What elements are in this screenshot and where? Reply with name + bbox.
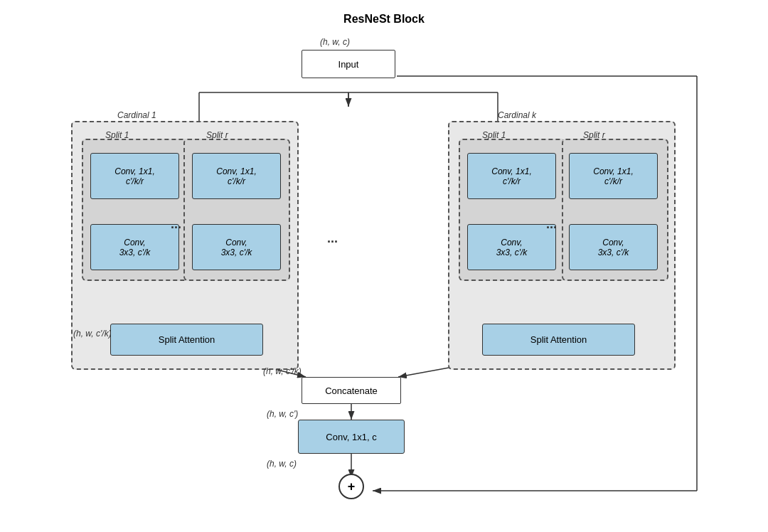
dim-hwc-input: (h, w, c) bbox=[320, 37, 350, 47]
dim-hwck-concat: (h, w, c'/k) bbox=[263, 366, 302, 376]
c1-sr-conv3x3: Conv,3x3, c'/k bbox=[192, 224, 281, 270]
ck-s1-conv1x1: Conv, 1x1,c'/k/r bbox=[467, 153, 556, 199]
dim-hwc-prime: (h, w, c') bbox=[267, 409, 298, 419]
ck-s1-conv3x3: Conv,3x3, c'/k bbox=[467, 224, 556, 270]
dim-hwck-label: (h, w, c'/k) bbox=[73, 329, 112, 339]
c1-s1-conv1x1: Conv, 1x1,c'/k/r bbox=[90, 153, 179, 199]
concatenate-box: Concatenate bbox=[302, 377, 401, 404]
cardinal1-label: Cardinal 1 bbox=[117, 110, 156, 120]
ck-split-attention: Split Attention bbox=[482, 324, 635, 356]
ck-sr-conv1x1: Conv, 1x1,c'/k/r bbox=[569, 153, 658, 199]
c1-dots: ··· bbox=[171, 220, 181, 235]
c1-splitr-label: Split r bbox=[206, 130, 228, 140]
c1-s1-conv3x3: Conv,3x3, c'/k bbox=[90, 224, 179, 270]
dim-hwc-final: (h, w, c) bbox=[267, 459, 297, 469]
ck-split1-label: Split 1 bbox=[482, 130, 506, 140]
ck-splitr-label: Split r bbox=[583, 130, 605, 140]
ck-sr-conv3x3: Conv,3x3, c'/k bbox=[569, 224, 658, 270]
c1-split1-label: Split 1 bbox=[105, 130, 129, 140]
ck-dots: ··· bbox=[546, 220, 557, 235]
c1-sr-conv1x1: Conv, 1x1,c'/k/r bbox=[192, 153, 281, 199]
c1-split-attention: Split Attention bbox=[110, 324, 263, 356]
plus-circle: + bbox=[338, 474, 364, 499]
cardinalk-label: Cardinal k bbox=[498, 110, 536, 120]
diagram-container: ResNeSt Block bbox=[0, 0, 768, 532]
conv-final-box: Conv, 1x1, c bbox=[298, 420, 405, 454]
diagram-title: ResNeSt Block bbox=[343, 13, 425, 26]
cardinal-dots: ··· bbox=[327, 235, 338, 250]
input-box: Input bbox=[302, 50, 395, 78]
